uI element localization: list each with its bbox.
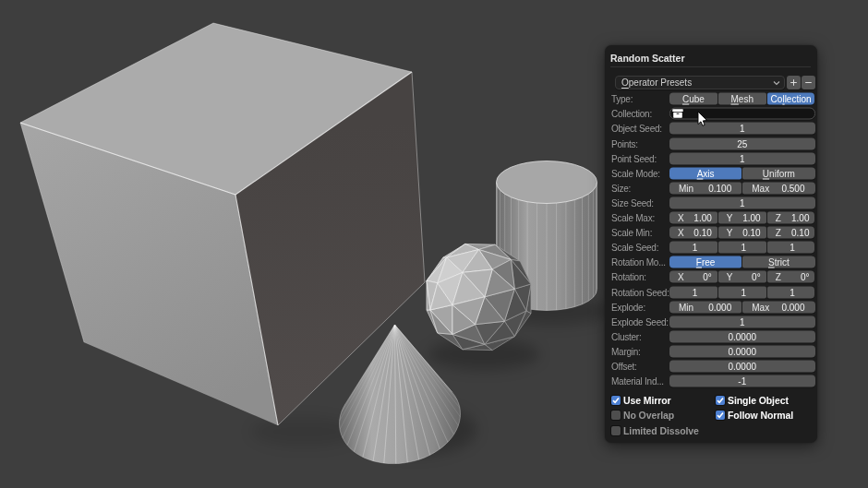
rotation-subfield[interactable]: Z0° [767,271,815,283]
scale-seed-subfield[interactable]: 1 [669,242,717,254]
plus-icon [787,76,801,89]
icosphere-object[interactable] [427,244,531,350]
rotation-subfield[interactable]: X0° [669,271,717,283]
rotation-seed-fields: 1 1 1 [669,286,815,298]
scale-min-subfield[interactable]: X0.10 [669,227,717,239]
margin-field[interactable]: 0.0000 [669,345,815,357]
row-margin: Margin: 0.0000 [605,344,817,359]
scale-max-subfield[interactable]: Y1.00 [718,212,766,224]
row-collection: Collection: [605,106,817,121]
checkbox-follow-normal[interactable]: Follow Normal [716,408,793,423]
row-label: Explode Seed: [611,316,669,327]
checkbox-single-object[interactable]: Single Object [716,393,789,408]
row-scale-mode: Scale Mode: Axis Uniform [605,166,817,181]
panel-separator [610,66,811,67]
type-option[interactable]: Cube [669,93,717,105]
checkbox-no-overlap[interactable]: No Overlap [611,408,674,423]
rotation-mode-enum: Free Strict [669,256,815,268]
panel-title: Random Scatter [610,53,685,64]
mouse-cursor [697,111,710,129]
row-scale-min: Scale Min: X0.10 Y0.10 Z0.10 [605,225,817,240]
checkbox-box[interactable] [716,411,725,420]
scale-mode-option[interactable]: Axis [669,167,741,179]
size-subfield[interactable]: Min0.100 [669,182,741,194]
row-label: Point Seed: [611,153,657,163]
checkbox-label: Follow Normal [728,410,793,421]
row-label: Rotation Mo... [611,257,666,268]
row-cluster: Cluster: 0.0000 [605,329,817,344]
checkbox-label: Use Mirror [623,395,671,406]
checkmark-icon [716,411,725,420]
collection-icon [672,109,683,119]
scale-max-subfield[interactable]: Z1.00 [767,212,815,224]
presets-label: Operator Presets [621,77,692,88]
explode-seed-field[interactable]: 1 [669,315,815,327]
add-preset-button[interactable] [787,76,801,89]
points-field[interactable]: 25 [669,137,815,149]
size-seed-field[interactable]: 1 [669,196,815,208]
row-label: Type: [611,94,633,104]
offset-field[interactable]: 0.0000 [669,361,815,373]
row-type: Type: Cube Mesh Collection [605,91,817,106]
explode-subfield[interactable]: Min0.000 [669,301,741,313]
scale-seed-subfield[interactable]: 1 [767,242,815,254]
explode-subfield[interactable]: Max0.000 [742,301,814,313]
scale-min-subfield[interactable]: Z0.10 [767,227,815,239]
rotation-mode-option[interactable]: Free [669,256,741,268]
type-option[interactable]: Collection [767,93,815,105]
minus-icon [802,76,815,89]
checkbox-box[interactable] [716,396,725,405]
row-offset: Offset: 0.0000 [605,359,817,374]
cube-object[interactable] [20,23,425,425]
row-label: Size: [611,183,631,193]
random-scatter-panel: Random Scatter Operator Presets Type: Cu… [605,45,817,443]
row-explode-seed: Explode Seed: 1 [605,315,817,329]
rotation-fields: X0° Y0° Z0° [669,271,815,283]
checkmark-icon [611,396,621,405]
row-label: Scale Min: [611,228,652,238]
row-label: Rotation: [611,272,646,282]
scale-max-subfield[interactable]: X1.00 [669,212,717,224]
scale-seed-subfield[interactable]: 1 [718,242,766,254]
row-points: Points: 25 [605,137,817,151]
row-label: Material Ind... [611,376,664,387]
checkbox-limited-dissolve[interactable]: Limited Dissolve [611,423,699,438]
row-scale-max: Scale Max: X1.00 Y1.00 Z1.00 [605,210,817,225]
row-label: Explode: [611,302,645,312]
rotation-seed-subfield[interactable]: 1 [718,286,766,298]
material-index-field[interactable]: -1 [669,375,815,387]
row-scale-seed: Scale Seed: 1 1 1 [605,240,817,255]
point-seed-field[interactable]: 1 [669,152,815,164]
row-label: Rotation Seed: [611,287,669,297]
object-seed-field[interactable]: 1 [669,123,815,135]
size-fields: Min0.100 Max0.500 [669,182,815,194]
checkbox-label: Single Object [728,395,789,406]
checkbox-label: Limited Dissolve [623,425,699,436]
row-rotation-seed: Rotation Seed: 1 1 1 [605,285,817,300]
operator-presets-dropdown[interactable]: Operator Presets [615,76,785,89]
cluster-field[interactable]: 0.0000 [669,330,815,342]
type-option[interactable]: Mesh [718,93,766,105]
size-subfield[interactable]: Max0.500 [742,182,814,194]
rotation-seed-subfield[interactable]: 1 [767,286,815,298]
remove-preset-button[interactable] [802,76,815,89]
row-label: Scale Seed: [611,243,658,253]
rotation-mode-option[interactable]: Strict [742,256,814,268]
scale-min-subfield[interactable]: Y0.10 [718,227,766,239]
checkbox-box[interactable] [611,411,621,420]
row-label: Margin: [611,346,641,356]
scale-mode-option[interactable]: Uniform [742,167,814,179]
chevron-down-icon [773,80,780,86]
checkbox-box[interactable] [611,396,621,405]
scale-min-fields: X0.10 Y0.10 Z0.10 [669,227,815,239]
presets-row: Operator Presets [605,76,817,92]
checkbox-use-mirror[interactable]: Use Mirror [611,393,671,408]
collection-picker-field[interactable] [669,108,815,120]
row-label: Scale Max: [611,213,655,223]
scale-seed-fields: 1 1 1 [669,242,815,254]
checkbox-box[interactable] [611,426,621,435]
row-size: Size: Min0.100 Max0.500 [605,181,817,196]
row-object-seed: Object Seed: 1 [605,121,817,136]
rotation-subfield[interactable]: Y0° [718,271,766,283]
rotation-seed-subfield[interactable]: 1 [669,286,717,298]
